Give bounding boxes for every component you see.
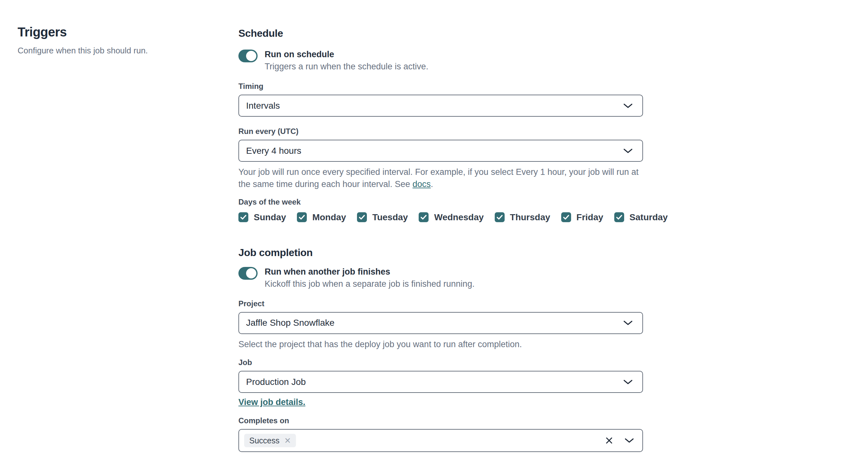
run-every-help-text: Your job will run once every specified i…	[239, 166, 643, 190]
chevron-down-icon	[623, 320, 633, 326]
project-field: Project Jaffle Shop Snowflake Select the…	[239, 299, 643, 351]
completes-on-field: Completes on Success ✕	[239, 416, 643, 452]
day-option-wednesday[interactable]: Wednesday	[418, 212, 484, 222]
project-select[interactable]: Jaffle Shop Snowflake	[239, 312, 643, 334]
job-completion-section: Job completion Run when another job fini…	[239, 247, 643, 453]
day-option-saturday[interactable]: Saturday	[614, 212, 668, 222]
timing-selected-value: Intervals	[246, 101, 280, 111]
checkbox-checked-icon	[495, 212, 505, 222]
completes-on-label: Completes on	[239, 416, 643, 425]
project-selected-value: Jaffle Shop Snowflake	[246, 318, 335, 328]
day-label: Tuesday	[372, 212, 408, 222]
day-option-friday[interactable]: Friday	[561, 212, 603, 222]
checkbox-checked-icon	[239, 212, 248, 222]
project-label: Project	[239, 299, 643, 308]
chevron-down-icon	[623, 379, 633, 385]
checkbox-checked-icon	[297, 212, 307, 222]
run-every-selected-value: Every 4 hours	[246, 146, 301, 156]
selected-tag: Success ✕	[244, 434, 296, 447]
run-on-schedule-toggle[interactable]	[239, 50, 257, 62]
help-text-suffix: .	[431, 179, 433, 189]
tag-label: Success	[249, 436, 279, 445]
page-title: Triggers	[18, 25, 239, 39]
chevron-down-icon	[623, 103, 633, 109]
run-every-select[interactable]: Every 4 hours	[239, 140, 643, 162]
checkbox-checked-icon	[418, 212, 429, 222]
run-on-schedule-description: Triggers a run when the schedule is acti…	[265, 62, 428, 72]
days-of-week-field: Days of the week Sunday Monday Tuesday	[239, 197, 643, 222]
day-label: Saturday	[629, 212, 668, 222]
days-of-week-label: Days of the week	[239, 197, 643, 207]
day-option-monday[interactable]: Monday	[297, 212, 346, 222]
day-label: Friday	[577, 212, 603, 222]
run-every-field: Run every (UTC) Every 4 hours Your job w…	[239, 127, 643, 190]
project-help-text: Select the project that has the deploy j…	[239, 339, 643, 351]
run-on-schedule-label: Run on schedule	[265, 50, 428, 59]
job-link-row: View job details.	[239, 397, 643, 407]
job-field: Job Production Job View job details.	[239, 358, 643, 407]
clear-selection-icon[interactable]	[605, 437, 613, 444]
run-when-another-label: Run when another job finishes	[265, 267, 474, 277]
toggle-knob	[246, 51, 256, 61]
day-option-thursday[interactable]: Thursday	[495, 212, 550, 222]
triggers-settings-page: Triggers Configure when this job should …	[0, 0, 868, 452]
run-when-another-description: Kickoff this job when a separate job is …	[265, 279, 474, 289]
checkbox-checked-icon	[614, 212, 624, 222]
toggle-knob	[246, 268, 256, 278]
timing-label: Timing	[239, 82, 643, 91]
tag-remove-icon[interactable]: ✕	[284, 437, 291, 445]
day-label: Sunday	[254, 212, 286, 222]
run-every-label: Run every (UTC)	[239, 127, 643, 136]
run-on-schedule-row: Run on schedule Triggers a run when the …	[239, 50, 643, 72]
toggle-text: Run on schedule Triggers a run when the …	[265, 50, 428, 72]
checkbox-checked-icon	[561, 212, 571, 222]
days-of-week-row: Sunday Monday Tuesday Wednesday	[239, 212, 643, 222]
day-option-sunday[interactable]: Sunday	[239, 212, 286, 222]
job-select[interactable]: Production Job	[239, 371, 643, 393]
timing-select[interactable]: Intervals	[239, 95, 643, 117]
day-label: Monday	[312, 212, 346, 222]
checkbox-checked-icon	[357, 212, 367, 222]
help-text-prefix: Your job will run once every specified i…	[239, 167, 639, 189]
chevron-down-icon	[623, 148, 633, 154]
section-intro: Triggers Configure when this job should …	[18, 25, 239, 452]
timing-field: Timing Intervals	[239, 82, 643, 117]
schedule-section: Schedule Run on schedule Triggers a run …	[239, 28, 643, 222]
day-label: Wednesday	[434, 212, 484, 222]
run-when-another-row: Run when another job finishes Kickoff th…	[239, 267, 643, 289]
schedule-heading: Schedule	[239, 28, 643, 39]
multiselect-controls	[605, 437, 634, 444]
docs-link[interactable]: docs	[412, 179, 431, 189]
job-completion-heading: Job completion	[239, 247, 643, 259]
job-label: Job	[239, 358, 643, 367]
toggle-text: Run when another job finishes Kickoff th…	[265, 267, 474, 289]
day-label: Thursday	[510, 212, 550, 222]
page-description: Configure when this job should run.	[18, 46, 239, 56]
job-selected-value: Production Job	[246, 377, 306, 387]
chevron-down-icon	[624, 438, 634, 443]
run-when-another-job-toggle[interactable]	[239, 267, 257, 280]
completes-on-multiselect[interactable]: Success ✕	[239, 429, 643, 452]
view-job-details-link[interactable]: View job details.	[239, 397, 306, 407]
settings-content: Schedule Run on schedule Triggers a run …	[239, 25, 643, 452]
day-option-tuesday[interactable]: Tuesday	[357, 212, 408, 222]
